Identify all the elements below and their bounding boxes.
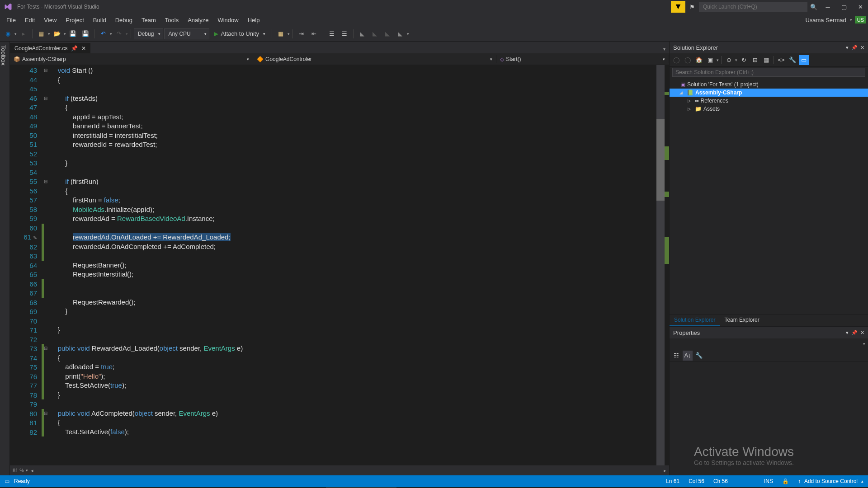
indent-icon[interactable]: ⇥ [296,28,307,40]
tab-label: GoogleAdControler.cs [14,45,67,52]
run-button[interactable]: ▶Attach to Unity▾ [210,29,269,38]
categorized-icon[interactable]: ☷ [671,351,681,361]
close-tab-icon[interactable]: ✕ [81,45,86,52]
panel-dropdown-icon[interactable]: ▾ [846,45,849,51]
status-line: Ln 61 [666,478,679,484]
preview-icon[interactable]: ▭ [799,55,809,65]
solution-search [670,67,868,79]
toolbar-icon[interactable]: ▦ [275,28,287,40]
menu-project[interactable]: Project [61,15,88,25]
back-icon: ◯ [671,55,681,65]
solution-tree[interactable]: ▣Solution 'For Tests' (1 project) ◢📗Asse… [670,79,868,314]
tab-dropdown-icon[interactable]: ▾ [660,45,669,53]
tab-solution-explorer[interactable]: Solution Explorer [670,315,720,326]
home-icon[interactable]: 🏠 [694,55,704,65]
menu-file[interactable]: File [2,15,20,25]
show-all-icon[interactable]: ▦ [761,55,771,65]
activate-windows-watermark: Activate Windows Go to Settings to activ… [694,445,794,466]
properties-icon[interactable]: 🔧 [788,55,797,65]
feedback-icon[interactable]: ⚑ [686,1,698,13]
pin-icon[interactable]: 📌 [851,330,858,336]
new-project-icon[interactable]: ▤ [35,28,47,40]
menu-team[interactable]: Team [137,15,160,25]
document-tabs: GoogleAdControler.cs 📌 ✕ ▾ [10,42,669,53]
close-panel-icon[interactable]: ✕ [860,330,864,336]
menu-window[interactable]: Window [213,15,243,25]
project-node[interactable]: ◢📗Assembly-CSharp [670,89,868,97]
pin-icon[interactable]: 📌 [851,45,858,51]
properties-title: Properties [673,329,700,336]
vertical-scrollbar[interactable] [656,65,665,465]
maximize-button[interactable]: ▢ [836,1,852,13]
user-avatar[interactable]: US [855,16,866,23]
refresh-icon[interactable]: ↻ [739,55,749,65]
collapse-icon[interactable]: ⊟ [750,55,760,65]
close-button[interactable]: ✕ [853,1,868,13]
prev-bookmark-icon: ◣ [369,28,381,40]
wrench-icon[interactable]: 🔧 [694,351,704,361]
quick-launch-input[interactable] [699,2,807,12]
solution-explorer-toolbar: ◯ ◯ 🏠 ▣▾ ⊙▾ ↻ ⊟ ▦ <> 🔧 ▭ [670,53,868,67]
close-panel-icon[interactable]: ✕ [860,45,864,51]
sync-icon[interactable]: ⊙ [724,55,734,65]
menu-view[interactable]: View [39,15,61,25]
pin-icon[interactable]: 📌 [71,45,78,52]
code-editor[interactable]: 43444546474849505152535455565758596061 ✎… [10,65,669,465]
redo-icon: ↷ [113,28,125,40]
uncomment-icon[interactable]: ☰ [339,28,350,40]
menu-build[interactable]: Build [89,15,111,25]
status-lock-icon: 🔒 [782,478,789,484]
minimize-button[interactable]: ─ [820,1,835,13]
platform-dropdown[interactable]: Any CPU [164,28,209,39]
run-target-label: Attach to Unity [221,30,259,37]
open-file-icon[interactable]: 📂 [51,28,63,40]
notifications-button[interactable] [671,1,685,13]
zoom-bar: 81 % ▾ ◂ ▸ [10,465,669,475]
nav-fwd-icon: ▸ [18,28,29,40]
comment-icon[interactable]: ☰ [326,28,338,40]
panel-dropdown-icon[interactable]: ▾ [846,330,849,336]
explorer-tabs: Solution Explorer Team Explorer [670,314,868,326]
solution-explorer-title: Solution Explorer [673,44,718,51]
overview-ruler [665,65,669,465]
save-icon[interactable]: 💾 [67,28,79,40]
solution-explorer-header: Solution Explorer ▾📌✕ [670,42,868,53]
bookmark-icon[interactable]: ◣ [356,28,368,40]
alpha-icon[interactable]: A↓ [683,351,693,361]
undo-icon[interactable]: ↶ [97,28,109,40]
zoom-level[interactable]: 81 % [13,468,24,473]
code-icon[interactable]: <> [776,55,786,65]
tab-googleadcontroler[interactable]: GoogleAdControler.cs 📌 ✕ [10,43,90,53]
user-name[interactable]: Usama Sermad [802,17,849,23]
outdent-icon[interactable]: ⇤ [308,28,320,40]
nav-method[interactable]: ◇Start()▾ [496,55,669,63]
toolbox-tab[interactable]: Toolbox [0,42,10,475]
vs-logo-icon [4,2,13,11]
menu-help[interactable]: Help [243,15,264,25]
assets-node[interactable]: ▷📁Assets [670,105,868,113]
status-ready-icon: ▭ [5,478,9,484]
nav-project[interactable]: 📦Assembly-CSharp▾ [10,55,253,63]
titlebar: For Tests - Microsoft Visual Studio ⚑ 🔍 … [0,0,868,14]
nav-bar: 📦Assembly-CSharp▾ 🔶GoogleAdControler▾ ◇S… [10,53,669,65]
solution-node[interactable]: ▣Solution 'For Tests' (1 project) [670,80,868,89]
nav-back-icon[interactable]: ◉ [2,28,14,40]
menu-edit[interactable]: Edit [20,15,39,25]
status-ch: Ch 56 [713,478,728,484]
statusbar: ▭Ready Ln 61 Col 56 Ch 56 INS 🔒 ↑ Add to… [0,475,868,487]
solution-icon[interactable]: ▣ [705,55,715,65]
tab-team-explorer[interactable]: Team Explorer [720,315,764,326]
menu-debug[interactable]: Debug [111,15,137,25]
config-dropdown[interactable]: Debug [134,28,163,39]
properties-header: Properties ▾📌✕ [670,327,868,338]
nav-class[interactable]: 🔶GoogleAdControler▾ [253,55,496,63]
menu-analyze[interactable]: Analyze [183,15,213,25]
menu-tools[interactable]: Tools [160,15,183,25]
main-toolbar: ◉▾ ▸ ▤▾ 📂▾ 💾 💾 ↶▾ ↷▾ Debug Any CPU ▶Atta… [0,26,868,42]
source-control-up-icon[interactable]: ↑ [798,478,801,484]
solution-search-input[interactable] [672,68,865,77]
save-all-icon[interactable]: 💾 [80,28,91,40]
references-node[interactable]: ▷▪▪References [670,97,868,105]
clear-bookmark-icon[interactable]: ◣ [394,28,406,40]
source-control-label[interactable]: Add to Source Control [804,478,858,484]
